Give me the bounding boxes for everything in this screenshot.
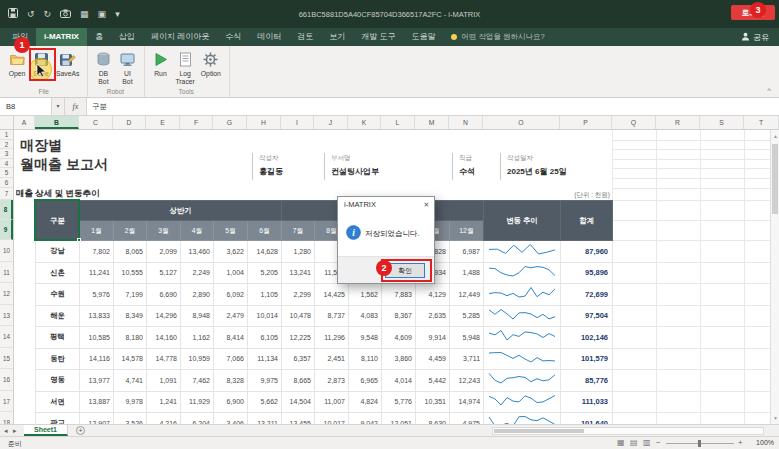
total-cell[interactable]: 101,640 — [561, 413, 613, 425]
row-header-2[interactable]: 2 — [0, 140, 13, 149]
value-cell[interactable]: 5,776 — [382, 391, 416, 413]
save-icon[interactable] — [8, 8, 18, 20]
store-name-cell[interactable]: 해운 — [36, 305, 80, 327]
value-cell[interactable]: 8,180 — [114, 327, 147, 349]
ribbon-button-option[interactable]: Option — [198, 47, 224, 87]
value-cell[interactable]: 6,357 — [282, 348, 315, 370]
column-header-I[interactable]: I — [281, 116, 314, 129]
value-cell[interactable]: 13,460 — [181, 241, 214, 263]
total-cell[interactable]: 101,579 — [561, 348, 613, 370]
ribbon-button-log-tracer[interactable]: Log Tracer — [172, 47, 197, 87]
value-cell[interactable]: 10,585 — [80, 327, 114, 349]
tell-me-box[interactable]: 어떤 작업을 원하시나요? — [451, 32, 544, 42]
value-cell[interactable]: 8,414 — [214, 327, 248, 349]
column-header-S[interactable]: S — [700, 116, 744, 129]
value-cell[interactable]: 4,609 — [382, 327, 416, 349]
trend-cell[interactable] — [484, 391, 561, 413]
value-cell[interactable]: 1,562 — [349, 284, 382, 306]
value-cell[interactable]: 6,204 — [181, 413, 214, 425]
share-button[interactable]: 공유 — [741, 32, 769, 43]
header-month-3월[interactable]: 3월 — [147, 221, 181, 241]
value-cell[interactable]: 13,977 — [80, 370, 114, 392]
row-header-9[interactable]: 9 — [0, 220, 13, 240]
value-cell[interactable]: 5,127 — [147, 262, 181, 284]
ribbon-button-saveas[interactable]: SaveAs — [53, 47, 82, 87]
value-cell[interactable]: 8,328 — [214, 370, 248, 392]
value-cell[interactable]: 8,948 — [181, 305, 214, 327]
ribbon-tab-보기[interactable]: 보기 — [321, 28, 353, 46]
total-cell[interactable]: 95,896 — [561, 262, 613, 284]
trend-cell[interactable] — [484, 348, 561, 370]
ribbon-button-open[interactable]: Open — [5, 47, 29, 87]
value-cell[interactable]: 5,205 — [248, 262, 282, 284]
header-month-6월[interactable]: 6월 — [248, 221, 282, 241]
value-cell[interactable]: 12,243 — [450, 370, 484, 392]
column-header-Q[interactable]: Q — [612, 116, 656, 129]
total-cell[interactable]: 72,699 — [561, 284, 613, 306]
value-cell[interactable]: 6,900 — [214, 391, 248, 413]
row-header-16[interactable]: 16 — [0, 369, 13, 391]
value-cell[interactable]: 9,975 — [248, 370, 282, 392]
value-cell[interactable]: 1,280 — [282, 241, 315, 263]
scroll-up-icon[interactable]: ▲ — [771, 133, 779, 139]
value-cell[interactable]: 5,662 — [248, 391, 282, 413]
value-cell[interactable]: 6,690 — [147, 284, 181, 306]
ribbon-tab-데이터[interactable]: 데이터 — [249, 28, 289, 46]
total-cell[interactable]: 97,504 — [561, 305, 613, 327]
ribbon-tab-삽입[interactable]: 삽입 — [111, 28, 143, 46]
value-cell[interactable]: 12,051 — [382, 413, 416, 425]
row-header-18[interactable]: 18 — [0, 412, 13, 424]
value-cell[interactable]: 14,425 — [315, 284, 349, 306]
value-cell[interactable]: 14,578 — [114, 348, 147, 370]
row-header-14[interactable]: 14 — [0, 326, 13, 348]
value-cell[interactable]: 7,199 — [114, 284, 147, 306]
value-cell[interactable]: 11,296 — [315, 327, 349, 349]
store-name-cell[interactable]: 동탄 — [36, 348, 80, 370]
row-header-10[interactable]: 10 — [0, 240, 13, 262]
total-cell[interactable]: 85,776 — [561, 370, 613, 392]
horizontal-scrollbar[interactable] — [492, 427, 764, 435]
trend-cell[interactable] — [484, 241, 561, 263]
store-name-cell[interactable]: 서면 — [36, 391, 80, 413]
value-cell[interactable]: 1,091 — [147, 370, 181, 392]
value-cell[interactable]: 10,017 — [315, 413, 349, 425]
store-name-cell[interactable]: 수원 — [36, 284, 80, 306]
value-cell[interactable]: 2,890 — [181, 284, 214, 306]
undo-icon[interactable]: ↺ — [27, 9, 35, 19]
row-header-13[interactable]: 13 — [0, 305, 13, 327]
value-cell[interactable]: 5,285 — [450, 305, 484, 327]
ribbon-button-ui-bot[interactable]: UI Bot — [115, 47, 139, 87]
value-cell[interactable]: 3,711 — [450, 348, 484, 370]
ribbon-tab-도움말[interactable]: 도움말 — [403, 28, 443, 46]
image-icon[interactable]: ▣ — [98, 9, 107, 19]
value-cell[interactable]: 7,883 — [382, 284, 416, 306]
column-header-B[interactable]: B — [35, 116, 79, 129]
value-cell[interactable]: 13,833 — [80, 305, 114, 327]
value-cell[interactable]: 11,134 — [248, 348, 282, 370]
value-cell[interactable]: 8,737 — [315, 305, 349, 327]
header-month-12월[interactable]: 12월 — [450, 221, 484, 241]
row-header-11[interactable]: 11 — [0, 262, 13, 284]
value-cell[interactable]: 14,160 — [147, 327, 181, 349]
trend-cell[interactable] — [484, 262, 561, 284]
value-cell[interactable]: 4,083 — [349, 305, 382, 327]
value-cell[interactable]: 4,975 — [450, 413, 484, 425]
column-header-T[interactable]: T — [744, 116, 779, 129]
ribbon-button-run[interactable]: Run — [148, 47, 172, 87]
value-cell[interactable]: 2,873 — [315, 370, 349, 392]
total-cell[interactable]: 87,960 — [561, 241, 613, 263]
value-cell[interactable]: 10,959 — [181, 348, 214, 370]
trend-cell[interactable] — [484, 284, 561, 306]
add-sheet-button[interactable]: + — [76, 426, 85, 435]
value-cell[interactable]: 1,488 — [450, 262, 484, 284]
value-cell[interactable]: 2,479 — [214, 305, 248, 327]
value-cell[interactable]: 10,555 — [114, 262, 147, 284]
value-cell[interactable]: 3,406 — [214, 413, 248, 425]
column-header-A[interactable]: A — [14, 116, 35, 129]
column-header-M[interactable]: M — [415, 116, 449, 129]
column-header-R[interactable]: R — [656, 116, 700, 129]
header-trend[interactable]: 변동 추이 — [484, 201, 561, 241]
value-cell[interactable]: 4,014 — [382, 370, 416, 392]
value-cell[interactable]: 13,887 — [80, 391, 114, 413]
value-cell[interactable]: 5,442 — [416, 370, 450, 392]
